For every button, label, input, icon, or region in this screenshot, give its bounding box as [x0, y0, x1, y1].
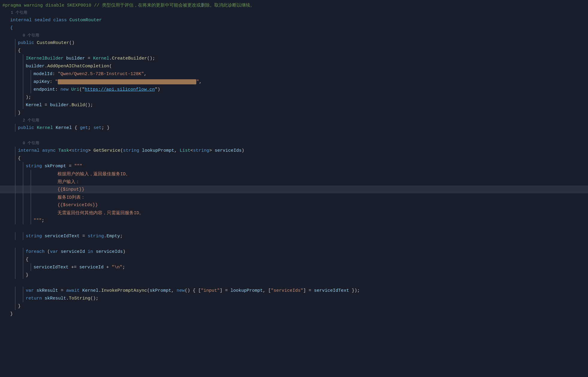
code-line-prompt-2: 用户输入：	[0, 178, 588, 186]
code-line-empty-3	[0, 240, 588, 248]
code-line-serviceidtext: string serviceIdText = string.Empty;	[0, 232, 588, 240]
code-line-prompt-4: 无需返回任何其他内容，只需返回服务ID。	[0, 209, 588, 217]
code-line-return: return skResult.ToString();	[0, 294, 588, 302]
code-line-invoke: var skResult = await Kernel.InvokePrompt…	[0, 287, 588, 294]
code-line-prompt-3: 服务ID列表：	[0, 193, 588, 201]
ref-count-4: 0 个引用	[0, 139, 588, 147]
code-editor: #pragma warning disable SKEXP0010 // 类型仅…	[0, 0, 588, 319]
code-line-ctor: public CustomRouter()	[0, 39, 588, 47]
ref-count-2: 0 个引用	[0, 32, 588, 39]
code-line-add-openai: builder.AddOpenAIChatCompletion(	[0, 62, 588, 70]
code-line-endpoint: endpoint: new Uri("https://api.siliconfl…	[0, 86, 588, 93]
code-line-concat: serviceIdText += serviceId + "\n";	[0, 263, 588, 271]
code-line-modelid: modelId: "Qwen/Qwen2.5-72B-Instruct-128K…	[0, 70, 588, 78]
code-line-open-brace-0: {	[0, 24, 588, 32]
code-line-getservice-close: }	[0, 302, 588, 310]
pragma-comment: #pragma warning disable SKEXP0010 // 类型仅…	[2, 2, 255, 8]
code-line-prompt-serviceids: {{$serviceIds}}	[0, 201, 588, 209]
code-line-builder-decl: IKernelBuilder builder = Kernel.CreateBu…	[0, 54, 588, 62]
code-line-ctor-open: {	[0, 47, 588, 54]
code-line-skprompt-close: """;	[0, 217, 588, 224]
ref-count-1: 1 个引用	[0, 9, 588, 16]
code-line-empty-1	[0, 132, 588, 139]
code-line-prompt-1: 根据用户的输入，返回最佳服务ID。	[0, 170, 588, 178]
code-line-empty-4	[0, 279, 588, 287]
code-line-getservice-open: {	[0, 154, 588, 162]
code-line-close-paren: );	[0, 93, 588, 101]
code-line-getservice-sig: internal async Task<string> GetService(s…	[0, 147, 588, 154]
code-line-foreach: foreach (var serviceId in serviceIds)	[0, 248, 588, 256]
pragma-line: #pragma warning disable SKEXP0010 // 类型仅…	[0, 1, 588, 9]
code-line-foreach-close: }	[0, 271, 588, 279]
code-line-empty-2	[0, 224, 588, 232]
code-line-ctor-close: }	[0, 109, 588, 117]
code-line-apikey: apiKey: "sk-xxxxxxxxxxxxxxxxxxxxxxxxxxxx…	[0, 78, 588, 86]
ref-count-3: 2 个引用	[0, 117, 588, 124]
code-line-class-close: }	[0, 310, 588, 318]
code-line-foreach-open: {	[0, 256, 588, 263]
code-line-prompt-input: {{$input}}	[0, 186, 588, 193]
code-line-skprompt-open: string skPrompt = """	[0, 162, 588, 170]
code-line-kernel-build: Kernel = builder.Build();	[0, 101, 588, 109]
code-line-kernel-prop: public Kernel Kernel { get; set; }	[0, 124, 588, 132]
redacted-apikey: sk-xxxxxxxxxxxxxxxxxxxxxxxxxxxxxxxxxxxxx…	[58, 79, 196, 84]
code-line-class-decl: internal sealed class CustomRouter	[0, 16, 588, 24]
